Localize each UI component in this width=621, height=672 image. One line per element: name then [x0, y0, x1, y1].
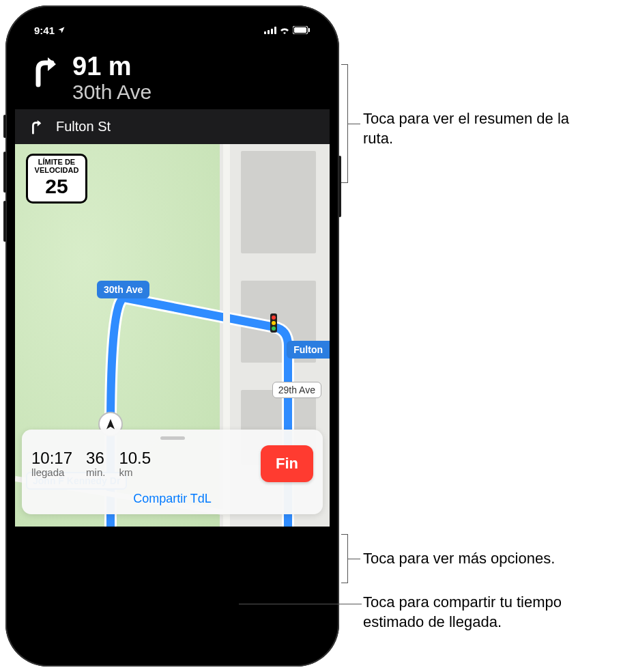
callout-route-summary: Toca para ver el resumen de la ruta. — [363, 109, 595, 148]
nav-street: 30th Ave — [72, 81, 151, 104]
end-navigation-button[interactable]: Fin — [261, 445, 313, 482]
callout-connector — [239, 604, 362, 604]
callout-bracket — [341, 64, 348, 183]
distance-label: km — [119, 467, 151, 479]
navigation-next-step[interactable]: Fulton St — [15, 109, 330, 144]
callout-connector — [348, 559, 360, 559]
duration-stat: 36 min. — [86, 449, 105, 479]
battery-icon — [293, 26, 310, 34]
map[interactable]: LÍMITE DE VELOCIDAD 25 30th Ave Fulton 2… — [15, 144, 330, 527]
speed-limit-label-1: LÍMITE DE — [29, 158, 84, 167]
svg-rect-2 — [308, 28, 310, 32]
duration-label: min. — [86, 467, 105, 479]
cellular-signal-icon — [264, 27, 276, 34]
speed-limit-label-2: VELOCIDAD — [29, 167, 84, 175]
volume-up-button — [3, 152, 6, 193]
location-icon — [57, 26, 66, 34]
traffic-light-icon — [269, 313, 278, 334]
turn-right-icon — [29, 56, 61, 89]
mute-switch — [3, 115, 6, 138]
arrival-label: llegada — [31, 467, 72, 479]
turn-right-small-icon — [29, 120, 44, 135]
status-time: 9:41 — [34, 25, 55, 36]
route-info-card[interactable]: 10:17 llegada 36 min. 10.5 km Fin Compar… — [22, 430, 323, 514]
callout-connector — [348, 124, 360, 124]
route-label-fulton: Fulton — [287, 341, 330, 359]
svg-point-6 — [272, 326, 276, 331]
volume-down-button — [3, 201, 6, 242]
distance-value: 10.5 — [119, 449, 151, 467]
share-eta-button[interactable]: Compartir TdL — [31, 492, 313, 506]
nav-distance: 91 m — [72, 53, 151, 79]
duration-value: 36 — [86, 449, 105, 467]
speed-limit-sign: LÍMITE DE VELOCIDAD 25 — [26, 154, 87, 204]
phone-frame: 9:41 91 m 30th Ave — [5, 5, 339, 667]
callout-bracket — [341, 534, 348, 583]
street-label-29th-ave: 29th Ave — [272, 382, 321, 398]
notch — [101, 15, 244, 34]
callout-share-eta: Toca para compartir tu tiempo estimado d… — [363, 593, 609, 632]
navigation-banner[interactable]: 91 m 30th Ave — [15, 45, 330, 109]
callout-more-options: Toca para ver más opciones. — [363, 549, 609, 569]
svg-point-5 — [272, 321, 276, 325]
nav-next-street: Fulton St — [56, 119, 111, 135]
wifi-icon — [279, 26, 290, 34]
arrival-time: 10:17 — [31, 449, 72, 467]
svg-point-4 — [272, 316, 276, 320]
distance-stat: 10.5 km — [119, 449, 151, 479]
arrival-stat: 10:17 llegada — [31, 449, 72, 479]
home-indicator[interactable] — [125, 649, 220, 653]
speed-limit-value: 25 — [29, 176, 84, 197]
svg-rect-1 — [294, 27, 306, 33]
screen: 9:41 91 m 30th Ave — [15, 15, 330, 657]
route-label-30th-ave: 30th Ave — [97, 281, 149, 298]
drag-handle[interactable] — [160, 436, 185, 440]
